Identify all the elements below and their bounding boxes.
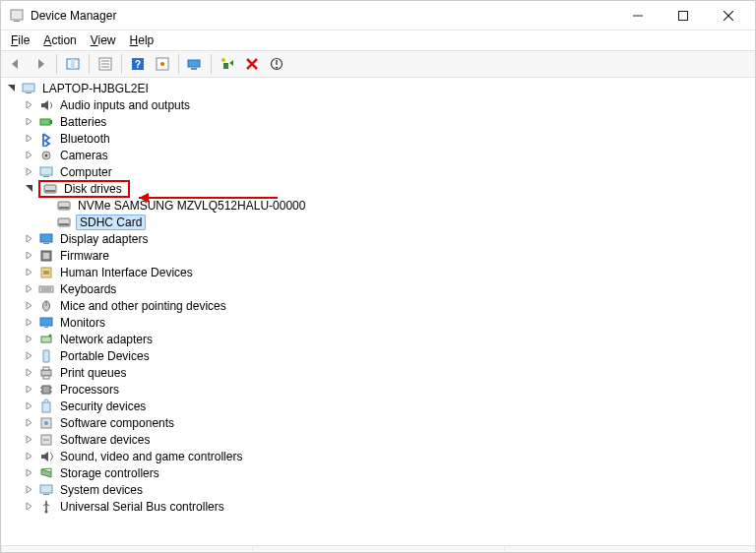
tree-category-node[interactable]: Disk drives bbox=[23, 180, 755, 197]
tree-expander[interactable] bbox=[23, 317, 34, 329]
tree-category-node[interactable]: Mice and other pointing devices bbox=[23, 297, 755, 314]
audio-icon bbox=[38, 97, 54, 113]
titlebar: Device Manager bbox=[1, 1, 755, 31]
tree-category-node[interactable]: Portable Devices bbox=[23, 347, 755, 364]
tree-expander[interactable] bbox=[23, 467, 34, 479]
tree-expander[interactable] bbox=[23, 166, 34, 178]
tree-category-node[interactable]: Computer bbox=[23, 163, 755, 180]
tree-category-node[interactable]: Bluetooth bbox=[23, 130, 755, 147]
tree-expander-none bbox=[40, 200, 52, 212]
battery-icon bbox=[38, 114, 54, 130]
tree-device-node[interactable]: SDHC Card bbox=[40, 214, 755, 230]
tree-expander[interactable] bbox=[23, 367, 34, 379]
tree-category-node[interactable]: Universal Serial Bus controllers bbox=[23, 498, 755, 515]
tree-expander[interactable] bbox=[23, 451, 34, 462]
svg-rect-48 bbox=[40, 318, 52, 326]
tree-expander[interactable] bbox=[23, 334, 34, 345]
tree-expander[interactable] bbox=[23, 116, 34, 128]
tree-expander[interactable] bbox=[23, 300, 34, 312]
tree-expander[interactable] bbox=[23, 99, 34, 111]
svg-rect-23 bbox=[23, 84, 34, 92]
svg-rect-42 bbox=[43, 271, 49, 275]
tree-expander[interactable] bbox=[5, 83, 17, 94]
tree-category-node[interactable]: Cameras bbox=[23, 147, 755, 163]
menu-help[interactable]: Help bbox=[124, 31, 160, 49]
disk-icon bbox=[56, 198, 72, 214]
back-button[interactable] bbox=[5, 53, 27, 75]
tree-node-label: Network adapters bbox=[58, 333, 155, 346]
show-hidden-button[interactable] bbox=[62, 53, 84, 75]
tree-expander[interactable] bbox=[23, 384, 34, 396]
tree-category-node[interactable]: Storage controllers bbox=[23, 464, 755, 481]
tree-category-node[interactable]: Print queues bbox=[23, 364, 755, 381]
tree-category-node[interactable]: Software devices bbox=[23, 431, 755, 448]
uninstall-button[interactable] bbox=[241, 53, 263, 75]
tree-node-label: Firmware bbox=[58, 249, 111, 263]
help-button[interactable]: ? bbox=[127, 53, 149, 75]
tree-expander[interactable] bbox=[23, 484, 34, 496]
update-driver-button[interactable] bbox=[217, 53, 238, 75]
sound-icon bbox=[38, 449, 54, 464]
maximize-button[interactable] bbox=[661, 1, 706, 31]
device-tree[interactable]: LAPTOP-HJBGL2EIAudio inputs and outputsB… bbox=[1, 78, 755, 545]
svg-rect-17 bbox=[191, 68, 197, 70]
statusbar bbox=[1, 545, 755, 552]
disable-button[interactable] bbox=[266, 53, 287, 75]
menu-view[interactable]: View bbox=[85, 31, 122, 49]
tree-node-label: Display adapters bbox=[58, 232, 150, 246]
tree-category-node[interactable]: Batteries bbox=[23, 113, 755, 130]
menubar: File Action View Help bbox=[1, 31, 755, 50]
tree-expander[interactable] bbox=[23, 417, 34, 429]
tree-node-label: Security devices bbox=[58, 399, 148, 413]
tree-category-node[interactable]: Security devices bbox=[23, 398, 755, 414]
tree-category-node[interactable]: Network adapters bbox=[23, 331, 755, 347]
tree-category-node[interactable]: Keyboards bbox=[23, 280, 755, 297]
tree-category-node[interactable]: Firmware bbox=[23, 247, 755, 264]
tree-category-node[interactable]: Monitors bbox=[23, 314, 755, 331]
svg-point-63 bbox=[44, 421, 48, 425]
svg-point-19 bbox=[221, 58, 225, 62]
close-button[interactable] bbox=[706, 1, 751, 31]
storage-icon bbox=[38, 465, 54, 481]
usb-icon bbox=[38, 499, 54, 515]
scan-hardware-button[interactable] bbox=[184, 53, 206, 75]
tree-node-label: Storage controllers bbox=[58, 466, 161, 480]
tree-expander[interactable] bbox=[23, 133, 34, 145]
svg-point-28 bbox=[45, 154, 48, 156]
forward-button[interactable] bbox=[30, 53, 51, 75]
svg-rect-37 bbox=[40, 234, 52, 242]
tree-expander[interactable] bbox=[23, 250, 34, 262]
tree-category-node[interactable]: Human Interface Devices bbox=[23, 264, 755, 280]
svg-text:?: ? bbox=[135, 59, 141, 70]
network-icon bbox=[38, 332, 54, 347]
properties-button[interactable] bbox=[94, 53, 116, 75]
tree-category-node[interactable]: Processors bbox=[23, 381, 755, 398]
svg-point-15 bbox=[160, 62, 164, 66]
tree-category-node[interactable]: Audio inputs and outputs bbox=[23, 96, 755, 113]
tree-root-node[interactable]: LAPTOP-HJBGL2EI bbox=[5, 80, 755, 96]
tree-expander[interactable] bbox=[23, 150, 34, 161]
action-button[interactable] bbox=[152, 53, 173, 75]
tree-expander[interactable] bbox=[23, 400, 34, 412]
tree-device-node[interactable]: NVMe SAMSUNG MZVLQ512HALU-00000 bbox=[40, 197, 755, 214]
tree-node-label: Bluetooth bbox=[58, 132, 112, 146]
portable-icon bbox=[38, 348, 54, 364]
tree-expander[interactable] bbox=[23, 267, 34, 278]
tree-category-node[interactable]: Software components bbox=[23, 414, 755, 431]
menu-file[interactable]: File bbox=[5, 31, 35, 49]
tree-category-node[interactable]: System devices bbox=[23, 481, 755, 498]
tree-expander[interactable] bbox=[23, 434, 34, 446]
tree-category-node[interactable]: Display adapters bbox=[23, 230, 755, 247]
minimize-button[interactable] bbox=[615, 1, 661, 31]
tree-expander[interactable] bbox=[23, 233, 34, 245]
tree-expander[interactable] bbox=[23, 183, 34, 195]
tree-category-node[interactable]: Sound, video and game controllers bbox=[23, 448, 755, 464]
svg-rect-43 bbox=[39, 286, 53, 292]
tree-expander[interactable] bbox=[23, 350, 34, 362]
menu-action[interactable]: Action bbox=[37, 31, 82, 49]
tree-node-label: Universal Serial Bus controllers bbox=[58, 500, 226, 514]
printer-icon bbox=[38, 365, 54, 381]
svg-rect-29 bbox=[40, 167, 52, 175]
tree-expander[interactable] bbox=[23, 283, 34, 295]
tree-expander[interactable] bbox=[23, 501, 34, 513]
